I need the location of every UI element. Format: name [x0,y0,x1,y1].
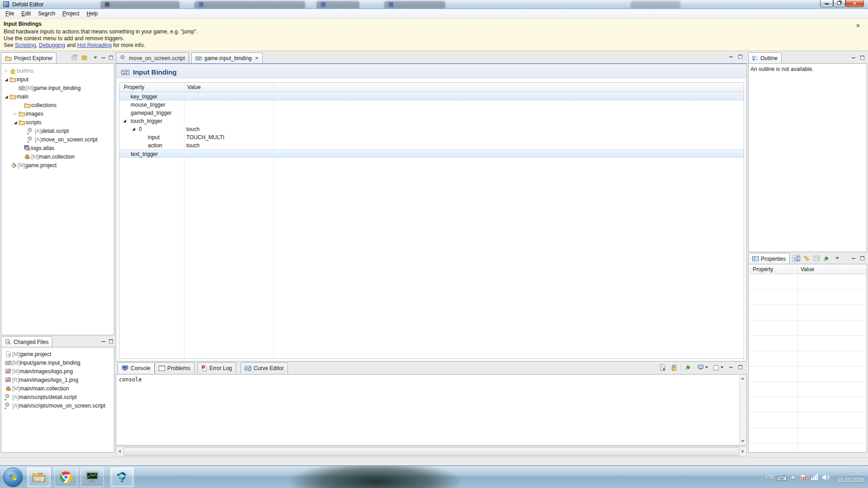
table-row-touch-0[interactable]: ◢ 0 touch [119,125,744,133]
table-row-input[interactable]: input TOUCH_MULTI [119,133,744,141]
collapse-all-icon[interactable] [70,54,78,61]
console-vertical-scrollbar[interactable] [739,375,746,445]
view-menu-icon[interactable] [833,255,841,262]
tree-item-main[interactable]: ◢ main [2,92,113,101]
pin-properties-icon[interactable] [822,255,830,262]
menu-search[interactable]: Search [34,9,59,18]
menu-file[interactable]: File [2,9,18,18]
window-close-button[interactable]: ✕ [845,0,864,7]
maximize-view-icon[interactable] [736,53,744,60]
clear-console-icon[interactable] [658,363,667,371]
tree-item-input[interactable]: ◢ input [2,75,113,84]
tree-item-collections[interactable]: collections [2,101,113,109]
open-console-icon[interactable] [712,363,724,371]
table-row-mouse-trigger[interactable]: mouse_trigger [119,101,744,109]
table-row-action[interactable]: action touch [119,141,744,150]
tree-item-builtins[interactable]: ▷ builtins [2,66,113,75]
view-menu-icon[interactable] [91,54,99,61]
tab-outline[interactable]: Outline [748,52,782,63]
tab-problems[interactable]: Problems [155,362,194,373]
tree-item-main-collection[interactable]: [M]main.collection [2,152,113,161]
menu-edit[interactable]: Edit [18,9,34,18]
tab-properties[interactable]: Properties [748,253,790,264]
chevron-expanded-icon[interactable]: ◢ [123,118,126,123]
taskbar-task-manager-button[interactable] [80,467,104,487]
taskbar-chrome-button[interactable] [54,467,78,487]
language-indicator[interactable]: EN [765,474,773,480]
maximize-view-icon[interactable] [858,54,866,61]
link-scripting[interactable]: Scripting [15,42,36,48]
chevron-expanded-icon[interactable]: ◢ [4,77,9,82]
minimize-view-icon[interactable] [849,54,858,61]
taskbar-defold-button[interactable] [110,467,134,487]
show-advanced-icon[interactable] [812,255,821,262]
chevron-expanded-icon[interactable]: ◢ [4,94,9,99]
changed-file-row[interactable]: [M]main/main.collection [2,384,113,393]
editor-tab-move-on-screen-script[interactable]: ⚙ move_on_screen.script [116,52,189,63]
menu-project[interactable]: Project [59,9,83,18]
show-categories-icon[interactable] [793,255,801,262]
minimize-view-icon[interactable] [849,255,858,262]
chevron-right-icon[interactable]: ▷ [13,112,18,116]
scroll-lock-icon[interactable] [669,363,678,371]
changed-file-row[interactable]: [M]input/game.input_binding [2,358,113,367]
start-button[interactable] [4,468,23,487]
tree-item-logo-atlas[interactable]: logo.atlas [2,144,113,152]
scroll-right-icon[interactable] [742,450,744,453]
keyboard-layout-icon[interactable] [777,474,787,481]
taskbar-explorer-button[interactable] [27,467,51,487]
window-minimize-button[interactable] [820,0,833,7]
table-row-touch-trigger[interactable]: ◢ touch_trigger [119,117,744,125]
scroll-down-icon[interactable] [741,440,745,442]
scroll-left-icon[interactable] [118,450,121,453]
chevron-expanded-icon[interactable]: ◢ [13,120,18,125]
close-tab-icon[interactable]: ✕ [255,56,259,61]
minimize-view-icon[interactable] [727,53,735,60]
link-debugging[interactable]: Debugging [39,42,65,48]
maximize-view-icon[interactable] [858,255,866,262]
tab-console[interactable]: Console [118,362,155,373]
editor-tab-game-input-binding[interactable]: game.input_binding ✕ [191,52,263,63]
chevron-expanded-icon[interactable]: ◢ [132,127,135,131]
editor-horizontal-scrollbar[interactable] [116,446,747,456]
link-with-editor-icon[interactable] [80,54,88,61]
table-row-text-trigger[interactable]: text_trigger [119,150,744,158]
action-center-flag-icon[interactable] [799,474,807,481]
table-row-gamepad-trigger[interactable]: gamepad_trigger [119,109,744,117]
network-signal-icon[interactable] [811,474,818,480]
tree-item-move-on-screen-script[interactable]: ⚙+ [A]move_on_screen.script [2,135,113,144]
scroll-up-icon[interactable] [741,377,745,380]
minimize-view-icon[interactable] [727,364,735,371]
menu-help[interactable]: Help [83,9,101,18]
tab-curve-editor[interactable]: Curve Editor [241,362,288,373]
window-restore-button[interactable] [833,0,845,7]
tab-error-log[interactable]: Error Log [197,362,236,373]
pin-console-icon[interactable] [684,363,693,371]
sort-properties-icon[interactable] [802,255,811,262]
tree-item-images[interactable]: ▷ images [2,109,113,118]
volume-icon[interactable] [822,474,830,481]
scrollbar-thumb[interactable] [123,447,739,455]
tree-item-detali-script[interactable]: ⚙+ [A]detali.script [2,127,113,135]
maximize-view-icon[interactable] [107,338,115,345]
changed-file-row[interactable]: [R]main/images/logo_1.png [2,375,113,384]
table-row-key-trigger[interactable]: key_trigger [119,92,744,100]
maximize-view-icon[interactable] [736,364,744,371]
display-console-icon[interactable] [696,363,709,371]
tab-changed-files[interactable]: Changed Files [1,336,52,347]
taskbar-clock[interactable]: 23:17 10.10.2016 [837,470,864,484]
changed-file-row[interactable]: ⚙+ [A]main/scripts/detali.script [2,393,113,401]
tree-item-game-project[interactable]: [M]game.project [2,161,113,169]
link-hot-reloading[interactable]: Hot Reloading [77,42,112,48]
chevron-right-icon[interactable]: ▷ [4,69,9,73]
maximize-view-icon[interactable] [107,54,115,61]
show-hidden-icons-icon[interactable] [791,476,795,479]
changed-file-row[interactable]: [M]main/images/logo.png [2,367,113,375]
tree-item-scripts[interactable]: ◢ scripts [2,118,113,127]
changed-file-row[interactable]: [M]game.project [2,350,113,358]
tab-project-explorer[interactable]: Project Explorer [1,52,57,63]
folder-icon [9,76,17,82]
changed-file-row[interactable]: ⚙+ [A]main/scripts/move_on_screen.script [2,401,113,410]
banner-close-icon[interactable]: ✕ [854,22,862,29]
tree-item-game-input-binding[interactable]: [M]game.input_binding [2,84,113,92]
